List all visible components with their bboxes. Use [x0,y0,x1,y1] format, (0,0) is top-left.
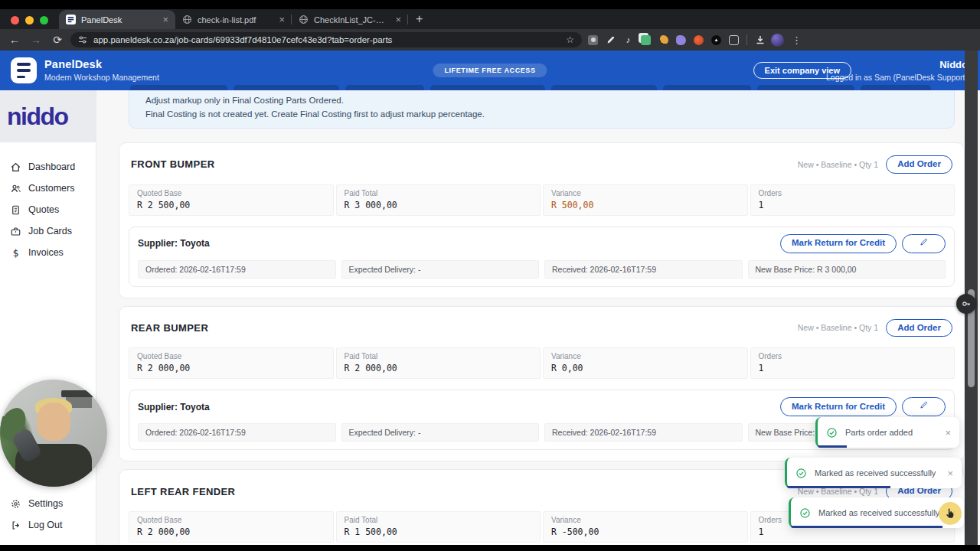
users-icon [10,183,21,194]
field-expected-delivery: Expected Delivery: - [341,423,540,442]
edit-order-button[interactable] [902,234,946,253]
page-tab-strip-clipped[interactable] [130,85,931,90]
part-stats: Quoted BaseR 2 000,00 Paid TotalR 2 000,… [129,347,955,379]
account-status: Logged in as Sam (PanelDesk Support) [826,73,968,82]
fox-extension-icon[interactable] [692,34,705,47]
tab-label: check-in-list.pdf [198,15,273,24]
pen-extension-icon[interactable] [604,34,617,47]
maximize-window-button[interactable] [40,16,48,24]
sidebar-item-job-cards[interactable]: Job Cards [0,220,96,242]
close-window-button[interactable] [11,16,19,24]
close-tab-icon[interactable]: × [279,15,285,24]
page-tab[interactable] [430,85,545,90]
page-tab[interactable] [861,85,931,90]
camera-extension-icon[interactable] [586,34,599,47]
minimize-window-button[interactable] [25,16,34,24]
browser-tab-checkin-list[interactable]: check-in-list.pdf × [175,10,292,29]
tab-frames-extension-icon[interactable] [727,34,740,47]
app-title-block: PanelDesk Modern Workshop Management [44,58,159,82]
edit-order-button[interactable] [902,397,946,416]
page-tab[interactable] [757,85,854,90]
sidebar-item-customers[interactable]: Customers [0,178,96,199]
field-new-base-price: New Base Price: R 3 000,00 [748,260,946,279]
mark-return-button[interactable]: Mark Return for Credit [780,397,897,416]
field-received: Received: 2026-02-16T17:59 [544,260,743,279]
back-icon[interactable]: ← [6,34,23,46]
toast-message: Marked as received successfully [818,508,942,517]
sidebar-item-dashboard[interactable]: Dashboard [0,156,96,178]
site-settings-icon[interactable] [78,35,87,44]
reload-icon[interactable]: ⟳ [49,34,66,46]
crescent-extension-icon[interactable] [657,34,670,47]
paneldesk-logo-icon[interactable] [11,57,37,83]
sidebar-item-label: Customers [28,183,74,194]
paneldesk-favicon [66,15,76,24]
pdf-favicon [299,15,309,24]
stat-variance: VarianceR 500,00 [543,184,748,216]
part-title: REAR BUMPER [131,322,208,334]
logout-icon [10,520,21,531]
dollar-icon: $ [10,247,21,259]
music-note-extension-icon[interactable]: ♪ [622,34,635,47]
window-controls [0,16,59,29]
browser-tab-checkinlist-jc[interactable]: CheckInList_JC-Q-41.pdf × [292,10,408,29]
app-header: PanelDesk Modern Workshop Management LIF… [0,51,980,90]
browser-tab-bar: PanelDesk × check-in-list.pdf × CheckInL… [0,9,980,29]
webcam-overlay [0,380,107,487]
play-circle-extension-icon[interactable]: ▲ [710,34,723,47]
sidebar-item-quotes[interactable]: Quotes [0,199,96,220]
forward-icon[interactable]: → [28,34,44,46]
part-card-front-bumper: FRONT BUMPER New • Baseline • Qty 1 Add … [119,142,965,298]
page-tab[interactable] [234,85,339,90]
stat-orders: Orders1 [750,184,956,216]
new-tab-button[interactable]: + [408,12,430,29]
purple-extension-icon[interactable] [675,34,688,47]
page-tab[interactable] [551,85,657,90]
supplier-title: Supplier: Toyota [138,238,210,249]
toolbar-divider [746,34,747,45]
page-tab[interactable] [663,85,751,90]
toast-close-icon[interactable]: × [947,468,953,479]
close-tab-icon[interactable]: × [395,15,401,24]
key-icon [961,298,972,309]
toast-close-icon[interactable]: × [945,427,951,439]
page-tab[interactable] [345,85,425,90]
sidebar-item-settings[interactable]: Settings [0,493,96,514]
markup-info-banner: Adjust markup only in Final Costing Part… [129,90,955,129]
success-check-icon [795,468,807,479]
add-order-button[interactable]: Add Order [886,155,952,174]
success-check-icon [799,507,811,519]
pdf-favicon [182,15,192,24]
mark-return-button[interactable]: Mark Return for Credit [780,234,897,253]
sidebar-item-logout[interactable]: Log Out [0,514,96,536]
toast-progress-bar [818,445,847,448]
supplier-order: Supplier: Toyota Mark Return for Credit … [129,227,955,287]
downloads-icon[interactable] [753,34,766,47]
page-tab[interactable] [130,85,227,90]
supplier-title: Supplier: Toyota [138,402,210,412]
floating-extension-button[interactable] [956,294,976,314]
stat-paid-total: Paid TotalR 1 500,00 [336,511,541,543]
field-ordered: Ordered: 2026-02-16T17:59 [138,423,336,442]
sidebar-item-invoices[interactable]: $ Invoices [0,242,96,263]
sidebar-nav: Dashboard Customers Quotes Job Cards $ I… [0,156,96,263]
profile-avatar[interactable] [771,34,784,47]
part-title: LEFT REAR FENDER [131,486,235,497]
document-icon [10,204,21,216]
bookmark-star-icon[interactable]: ☆ [566,34,574,45]
field-received: Received: 2026-02-16T17:59 [544,423,743,442]
banner-line: Final Costing is not created yet. Create… [145,109,942,119]
close-tab-icon[interactable]: × [162,15,168,24]
field-ordered: Ordered: 2026-02-16T17:59 [138,260,336,279]
browser-menu-icon[interactable]: ⋮ [789,34,805,46]
part-meta: New • Baseline • Qty 1 [798,323,878,332]
sidebar-item-label: Settings [28,498,63,509]
add-order-button[interactable]: Add Order [886,319,952,337]
browser-tab-paneldesk[interactable]: PanelDesk × [59,10,175,29]
pages-extension-icon[interactable] [639,34,652,47]
address-bar[interactable]: app.paneldesk.co.za/job-cards/69933df7d4… [70,32,582,47]
url-text[interactable]: app.paneldesk.co.za/job-cards/69933df7d4… [93,35,560,44]
tab-label: PanelDesk [81,15,157,24]
account-info: Niddo Logged in as Sam (PanelDesk Suppor… [826,59,968,82]
app-name: PanelDesk [44,58,159,70]
